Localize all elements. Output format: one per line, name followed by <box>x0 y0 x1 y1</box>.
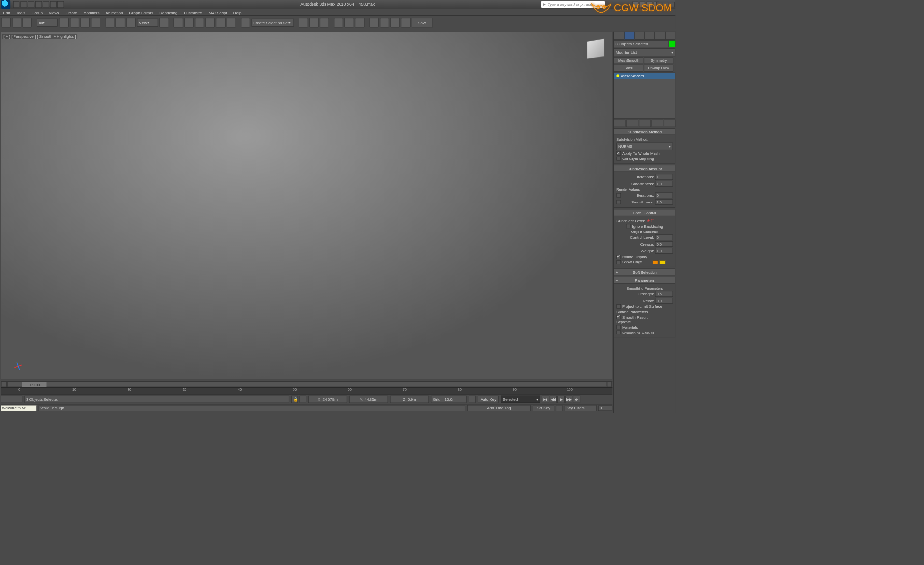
strength-spinner[interactable]: 0,5 <box>655 291 673 297</box>
current-frame-spinner[interactable]: 0 <box>598 405 612 411</box>
cage-color-1[interactable] <box>653 260 658 264</box>
time-slider-track[interactable]: 0 / 100 <box>7 382 606 387</box>
script-listener-toggle[interactable] <box>1 396 22 403</box>
named-selection-icon[interactable] <box>241 18 250 27</box>
stack-bulb-icon[interactable] <box>616 74 619 77</box>
render-iterations-checkbox[interactable] <box>616 193 621 198</box>
select-object-icon[interactable] <box>59 18 69 27</box>
modifier-btn-unwrap[interactable]: Unwrap UVW <box>644 65 673 72</box>
modifier-btn-shell[interactable]: Shell <box>614 65 643 72</box>
tab-hierarchy[interactable] <box>635 32 645 40</box>
iterations-spinner[interactable]: 1 <box>655 174 673 180</box>
rollout-header[interactable]: −Subdivision Method <box>614 129 675 135</box>
perspective-viewport[interactable] <box>1 32 612 379</box>
named-selection-dropdown[interactable]: Create Selection Set ▾ <box>251 18 294 26</box>
menu-help[interactable]: Help <box>230 10 244 14</box>
link-icon[interactable] <box>1 18 11 27</box>
scale-icon[interactable] <box>127 18 136 27</box>
menu-animation[interactable]: Animation <box>102 10 126 14</box>
menu-maxscript[interactable]: MAXScript <box>205 10 230 14</box>
maxscript-mini-listener[interactable]: Welcome to M: <box>1 405 36 411</box>
coord-display-mode-icon[interactable] <box>300 396 306 403</box>
material-editor-icon[interactable] <box>355 18 364 27</box>
next-frame-icon[interactable]: ▶▶ <box>565 396 572 403</box>
subobj-edge-icon[interactable]: ▢ <box>651 218 654 223</box>
save-button[interactable]: Save <box>412 18 433 27</box>
crease-spinner[interactable]: 0,0 <box>655 241 673 247</box>
modifier-list-dropdown[interactable]: Modifier List▾ <box>614 48 675 56</box>
time-config-icon[interactable] <box>469 396 476 403</box>
curve-editor-icon[interactable] <box>334 18 343 27</box>
show-end-result-icon[interactable] <box>626 120 638 127</box>
sep-materials-checkbox[interactable] <box>616 325 621 330</box>
ignore-backfacing-checkbox[interactable] <box>626 224 631 228</box>
window-crossing-icon[interactable] <box>91 18 100 27</box>
pin-stack-icon[interactable] <box>614 120 625 127</box>
prev-frame-icon[interactable]: ◀◀ <box>550 396 557 403</box>
mirror-icon[interactable] <box>299 18 308 27</box>
selection-lock-icon[interactable]: 🔒 <box>291 396 298 403</box>
schematic-view-icon[interactable] <box>344 18 354 27</box>
layer-manager-icon[interactable] <box>320 18 329 27</box>
tab-motion[interactable] <box>645 32 655 40</box>
time-slider-prev-icon[interactable] <box>2 382 7 387</box>
key-filters-button[interactable]: Key Filters... <box>565 405 597 411</box>
qat-save-icon[interactable] <box>28 1 34 8</box>
key-filters-flyout-icon[interactable] <box>556 405 562 411</box>
remove-modifier-icon[interactable] <box>651 120 663 127</box>
spinner-snap-icon[interactable] <box>227 18 236 27</box>
manipulate-icon[interactable] <box>174 18 183 27</box>
keyboard-shortcut-icon[interactable] <box>185 18 194 27</box>
goto-start-icon[interactable]: ⏮ <box>542 396 549 403</box>
rollout-header[interactable]: +Soft Selection <box>614 269 675 275</box>
menu-modifiers[interactable]: Modifiers <box>80 10 102 14</box>
pivot-center-icon[interactable] <box>159 18 169 27</box>
show-cage-checkbox[interactable] <box>616 260 621 264</box>
ref-coord-dropdown[interactable]: View ▾ <box>137 18 158 26</box>
menu-tools[interactable]: Tools <box>13 10 28 14</box>
snap-toggle-icon[interactable] <box>195 18 204 27</box>
key-mode-dropdown[interactable]: Selected▾ <box>501 396 540 403</box>
weight-spinner[interactable]: 1,0 <box>655 248 673 254</box>
z-coord[interactable]: Z:0,0m <box>390 396 429 403</box>
rollout-header[interactable]: −Local Control <box>614 209 675 216</box>
menu-edit[interactable]: Edit <box>0 10 13 14</box>
smoothness-spinner[interactable]: 1,0 <box>655 181 673 187</box>
configure-sets-icon[interactable] <box>664 120 675 127</box>
menu-customize[interactable]: Customize <box>181 10 205 14</box>
goto-end-icon[interactable]: ⏭ <box>573 396 580 403</box>
menu-rendering[interactable]: Rendering <box>156 10 181 14</box>
modifier-btn-meshsmooth[interactable]: MeshSmooth <box>614 57 643 64</box>
control-level-spinner[interactable]: 0 <box>655 234 673 240</box>
time-slider-thumb[interactable]: 0 / 100 <box>22 382 46 387</box>
rotate-icon[interactable] <box>116 18 125 27</box>
object-color-swatch[interactable] <box>669 40 675 47</box>
apply-whole-mesh-checkbox[interactable] <box>616 151 621 156</box>
select-region-icon[interactable] <box>81 18 90 27</box>
viewcube[interactable] <box>587 38 604 59</box>
modifier-stack[interactable]: MeshSmooth <box>614 73 675 119</box>
subobj-vertex-icon[interactable]: ◈ <box>647 218 650 223</box>
zoom-icon[interactable] <box>582 392 589 399</box>
set-key-button[interactable]: Set Key <box>533 405 554 411</box>
x-coord[interactable]: X:24,679m <box>308 396 347 403</box>
move-icon[interactable] <box>105 18 114 27</box>
zoom-all-icon[interactable] <box>590 392 597 399</box>
render-production-icon[interactable] <box>390 18 399 27</box>
modifier-btn-symmetry[interactable]: Symmetry <box>644 57 673 64</box>
zoom-extents-all-icon[interactable] <box>606 392 613 399</box>
menu-group[interactable]: Group <box>28 10 46 14</box>
time-slider-next-icon[interactable] <box>607 382 612 387</box>
play-icon[interactable]: ▶ <box>557 396 565 403</box>
align-icon[interactable] <box>309 18 318 27</box>
auto-key-button[interactable]: Auto Key <box>478 396 499 403</box>
select-by-name-icon[interactable] <box>70 18 79 27</box>
tab-modify[interactable] <box>624 32 634 40</box>
qat-redo-icon[interactable] <box>43 1 49 8</box>
unlink-icon[interactable] <box>12 18 21 27</box>
percent-snap-icon[interactable] <box>216 18 225 27</box>
time-slider[interactable]: 0 / 100 <box>1 381 612 387</box>
object-name-field[interactable] <box>614 40 669 47</box>
sep-smoothing-checkbox[interactable] <box>616 330 621 334</box>
qat-open-icon[interactable] <box>20 1 27 8</box>
